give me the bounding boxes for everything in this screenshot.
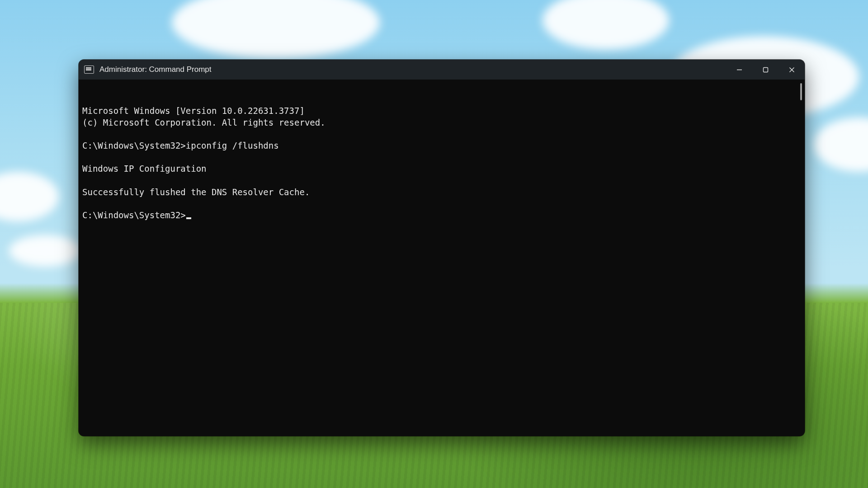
- close-icon: [789, 67, 795, 73]
- scrollbar-thumb[interactable]: [800, 83, 802, 100]
- minimize-button[interactable]: [726, 60, 752, 80]
- cursor-icon: [186, 217, 191, 219]
- terminal-line: C:\Windows\System32>ipconfig /flushdns: [82, 141, 279, 150]
- terminal-line: Windows IP Configuration: [82, 164, 207, 174]
- terminal-prompt: C:\Windows\System32>: [82, 210, 186, 220]
- window-title: Administrator: Command Prompt: [99, 65, 212, 74]
- terminal-line: (c) Microsoft Corporation. All rights re…: [82, 117, 326, 127]
- command-prompt-icon: [84, 66, 94, 74]
- maximize-button[interactable]: [752, 60, 778, 80]
- window-controls: [726, 60, 805, 80]
- titlebar[interactable]: Administrator: Command Prompt: [79, 60, 805, 80]
- terminal-line: Microsoft Windows [Version 10.0.22631.37…: [82, 106, 305, 116]
- command-prompt-window[interactable]: Administrator: Command Prompt Microsoft …: [79, 60, 805, 436]
- terminal-output[interactable]: Microsoft Windows [Version 10.0.22631.37…: [79, 80, 805, 436]
- maximize-icon: [763, 67, 769, 73]
- minimize-icon: [736, 67, 742, 73]
- svg-rect-1: [763, 67, 768, 72]
- terminal-line: Successfully flushed the DNS Resolver Ca…: [82, 187, 310, 197]
- close-button[interactable]: [778, 60, 805, 80]
